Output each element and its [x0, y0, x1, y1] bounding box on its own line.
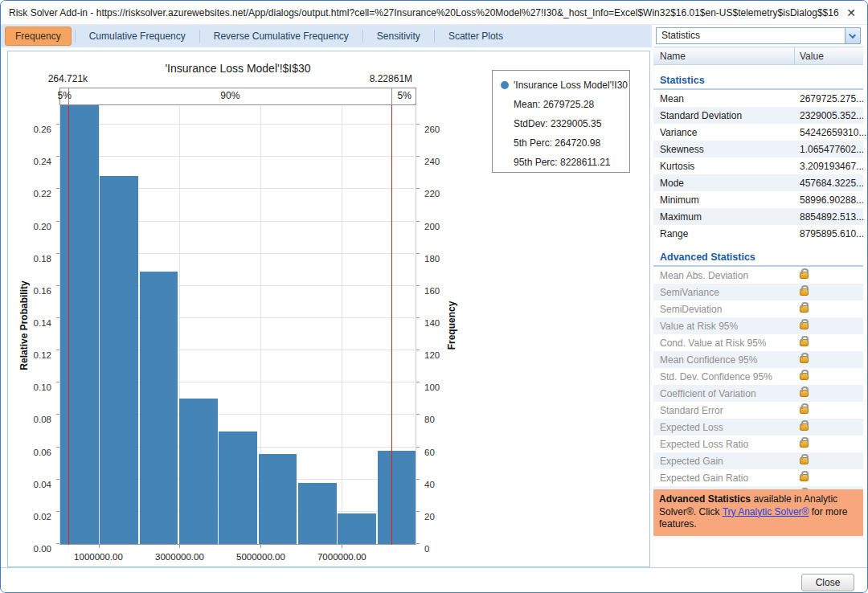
stat-name: Coefficient of Variation — [653, 388, 795, 399]
tick-mark — [56, 317, 59, 318]
stat-row[interactable]: Std. Dev. Confidence 95% — [653, 368, 863, 385]
stat-row: Standard Deviation2329005.352... — [653, 107, 863, 124]
gridline — [60, 156, 416, 157]
y-axis-tick-label-left: 0.00 — [34, 544, 51, 554]
window-close-button[interactable]: ✕ — [840, 3, 862, 22]
footer-bar: Close — [1, 567, 867, 593]
percentile-annotation-right: 8.22861M — [354, 73, 427, 84]
stat-row[interactable]: Value at Risk 95% — [653, 317, 863, 334]
tick-mark — [56, 350, 59, 350]
tick-mark — [56, 156, 59, 157]
stats-table-header: Name Value — [653, 47, 863, 65]
promo-bold-text: Advanced Statistics — [659, 493, 751, 505]
lock-icon — [800, 457, 809, 464]
lock-icon — [800, 288, 809, 296]
stat-name: Skewness — [653, 144, 795, 155]
stat-row[interactable]: Expected Loss — [653, 419, 863, 436]
window-title: Risk Solver Add-in - https://risksolver.… — [9, 7, 839, 18]
tick-mark — [416, 543, 420, 544]
stat-name: Variance — [653, 127, 795, 138]
lock-icon — [800, 440, 809, 448]
histogram-bar — [219, 431, 257, 545]
stat-row: Minimum58996.90288... — [653, 191, 863, 208]
lock-icon — [800, 305, 809, 313]
lock-icon — [800, 373, 809, 380]
stat-row[interactable]: Standard Error — [653, 402, 863, 419]
tick-mark — [416, 382, 420, 382]
lock-icon — [800, 474, 809, 481]
stat-row[interactable]: Expected Gain Ratio — [653, 469, 863, 486]
tick-mark — [416, 188, 420, 189]
tick-mark — [56, 479, 59, 480]
stat-value: 1.065477602... — [795, 144, 863, 155]
band-label: 5% — [398, 90, 411, 101]
histogram-bar — [179, 399, 218, 544]
legend-series-label: 'Insurance Loss Model'!I30 — [514, 80, 628, 91]
tick-mark — [416, 447, 420, 448]
tick-mark — [342, 545, 342, 548]
plot-area: 0.000.020.040.060.080.100.120.140.160.18… — [59, 106, 416, 545]
try-analytic-solver-link[interactable]: Try Analytic Solver® — [723, 506, 809, 517]
stat-row: Mode457684.3225... — [653, 174, 863, 191]
percentile-marker-line — [68, 105, 69, 545]
stat-row[interactable]: SemiDeviation — [653, 301, 863, 317]
y-axis-tick-label-right: 260 — [424, 125, 440, 134]
tab-divider — [362, 30, 363, 43]
section-header-advanced-statistics: Advanced Statistics — [653, 249, 863, 267]
stat-row[interactable]: Mean Abs. Deviation — [653, 267, 863, 284]
stat-name: Mean Confidence 95% — [653, 354, 795, 366]
legend-marker-icon — [501, 81, 509, 89]
tab-sensitivity[interactable]: Sensitivity — [366, 27, 431, 46]
legend-mean-line: Mean: 2679725.28 — [501, 97, 623, 117]
tick-mark — [416, 221, 420, 222]
legend-p5-line: 5th Perc: 264720.98 — [501, 136, 623, 155]
stat-row[interactable]: Expected Gain — [653, 452, 863, 469]
legend-box: 'Insurance Loss Model'!I30 Mean: 2679725… — [492, 70, 630, 173]
y-axis-tick-label-right: 160 — [424, 286, 440, 296]
stat-row[interactable]: Coefficient of Variation — [653, 385, 863, 402]
tick-mark — [416, 124, 420, 125]
tick-mark — [56, 221, 59, 222]
stat-row[interactable]: Expected Loss Ratio — [653, 436, 863, 452]
percentile-annotation-left: 264.721k — [31, 73, 104, 84]
tick-mark — [56, 511, 59, 512]
stat-row[interactable]: Cond. Value at Risk 95% — [653, 334, 863, 351]
section-rows: Mean2679725.275...Standard Deviation2329… — [653, 90, 863, 242]
tick-mark — [56, 414, 59, 415]
y-axis-tick-label-right: 60 — [424, 448, 435, 457]
stat-row[interactable]: Mean Confidence 95% — [653, 351, 863, 368]
tick-mark — [179, 545, 180, 548]
stat-name: Mode — [653, 178, 795, 189]
stat-name: Mean — [653, 93, 795, 104]
band-label: 90% — [220, 90, 240, 101]
stat-name: Minimum — [653, 194, 795, 206]
y-axis-tick-label-left: 0.20 — [34, 222, 51, 231]
column-header-name: Name — [653, 51, 794, 62]
statistics-dropdown[interactable]: Statistics — [656, 27, 861, 44]
tab-divider — [75, 30, 76, 43]
section-rows: Mean Abs. DeviationSemiVarianceSemiDevia… — [653, 267, 863, 503]
tab-cumulative-frequency[interactable]: Cumulative Frequency — [79, 27, 196, 46]
y-axis-title-right: Frequency — [446, 301, 457, 350]
close-button[interactable]: Close — [801, 574, 854, 591]
stat-name: Standard Error — [653, 405, 795, 416]
stat-value — [795, 438, 863, 450]
tab-scatter-plots[interactable]: Scatter Plots — [438, 27, 514, 46]
y-axis-tick-label-left: 0.04 — [34, 480, 51, 489]
tick-mark — [416, 156, 420, 157]
lock-icon — [800, 390, 809, 397]
tab-divider — [434, 30, 435, 43]
stat-name: Kurtosis — [653, 161, 795, 172]
stat-row[interactable]: SemiVariance — [653, 284, 863, 301]
tick-mark — [416, 317, 420, 318]
tick-mark — [416, 511, 420, 512]
stat-name: SemiVariance — [653, 287, 795, 298]
stat-value — [795, 472, 863, 484]
dropdown-button[interactable] — [845, 28, 860, 43]
y-axis-title-left: Relative Probability — [18, 280, 30, 370]
tab-frequency[interactable]: Frequency — [5, 27, 72, 46]
stat-value — [795, 404, 863, 416]
tab-reverse-cumulative-frequency[interactable]: Reverse Cumulative Frequency — [203, 27, 359, 46]
statistics-panel: Statistics Name Value StatisticsMean2679… — [653, 25, 863, 567]
y-axis-tick-label-left: 0.02 — [34, 512, 51, 521]
